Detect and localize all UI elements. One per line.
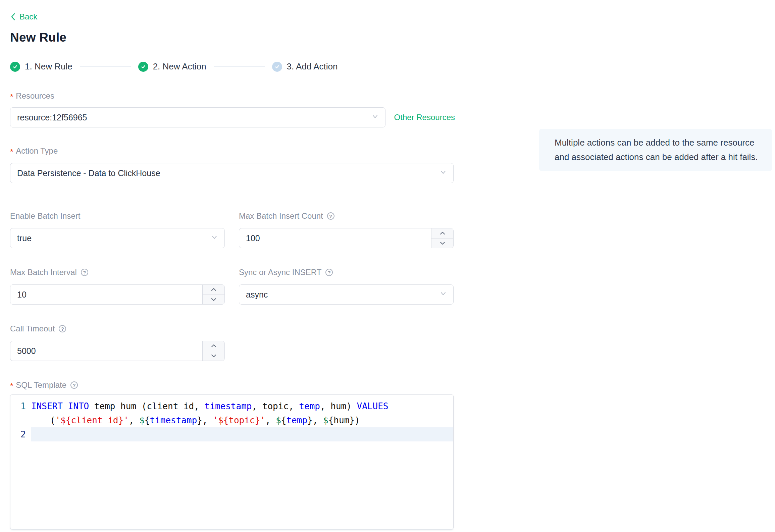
chevron-down-icon: [210, 233, 218, 243]
chevron-down-icon: [371, 112, 379, 122]
max-batch-interval-input[interactable]: [10, 285, 224, 304]
action-type-select[interactable]: Data Persistence - Data to ClickHouse: [10, 163, 454, 183]
number-spinner: [431, 228, 453, 248]
code-row: ('${client_id}', ${timestamp}, '${topic}…: [10, 413, 453, 427]
sync-async-select-value: async: [239, 290, 268, 300]
help-icon[interactable]: ?: [81, 269, 88, 276]
sync-async-select[interactable]: async: [239, 284, 454, 305]
resources-select-value: resource:12f56965: [10, 113, 87, 122]
action-type-label: * Action Type: [10, 146, 455, 156]
resources-row: resource:12f56965 Other Resources: [10, 107, 455, 127]
code-line: ('${client_id}', ${timestamp}, '${topic}…: [31, 413, 453, 427]
info-panel: Multiple actions can be added to the sam…: [539, 129, 772, 171]
check-circle-icon: [138, 62, 148, 72]
chevron-up-icon: [439, 231, 446, 235]
max-batch-count-input-wrap: [239, 228, 454, 248]
required-marker: *: [10, 381, 13, 391]
step-label: 1. New Rule: [25, 61, 72, 72]
decrement-button[interactable]: [203, 295, 224, 305]
enable-batch-select[interactable]: true: [10, 228, 225, 248]
sql-template-label: * SQL Template ?: [10, 380, 455, 390]
code-row: 2: [10, 427, 453, 441]
code-line: INSERT INTO temp_hum (client_id, timesta…: [31, 399, 453, 413]
check-circle-icon: [272, 62, 282, 72]
other-resources-link[interactable]: Other Resources: [394, 113, 455, 122]
new-rule-page: Back New Rule 1. New Rule 2. New Action …: [10, 0, 455, 529]
chevron-up-icon: [210, 343, 217, 348]
steps-bar: 1. New Rule 2. New Action 3. Add Action: [10, 61, 455, 72]
increment-button[interactable]: [203, 285, 224, 295]
page-title: New Rule: [10, 31, 455, 45]
step-2-new-action: 2. New Action: [138, 61, 206, 72]
max-batch-count-input[interactable]: [239, 228, 453, 248]
decrement-button[interactable]: [203, 351, 224, 361]
required-marker: *: [10, 147, 13, 157]
help-icon[interactable]: ?: [327, 212, 334, 220]
enable-batch-label: Enable Batch Insert: [10, 211, 225, 221]
help-icon[interactable]: ?: [325, 269, 333, 276]
step-1-new-rule: 1. New Rule: [10, 61, 72, 72]
line-number: [10, 413, 31, 427]
action-type-select-value: Data Persistence - Data to ClickHouse: [10, 168, 160, 178]
code-row: 1INSERT INTO temp_hum (client_id, timest…: [10, 399, 453, 413]
max-batch-interval-input-wrap: [10, 284, 225, 305]
call-timeout-input[interactable]: [10, 341, 224, 361]
sync-async-label: Sync or Async INSERT ?: [239, 268, 454, 277]
call-timeout-label: Call Timeout ?: [10, 324, 455, 333]
call-timeout-input-wrap: [10, 341, 225, 361]
chevron-up-icon: [210, 287, 217, 292]
step-connector: [80, 66, 131, 67]
increment-button[interactable]: [431, 228, 453, 238]
max-batch-interval-label: Max Batch Interval ?: [10, 268, 225, 277]
chevron-down-icon: [439, 241, 446, 246]
decrement-button[interactable]: [431, 238, 453, 248]
code-line: [31, 427, 453, 441]
back-label: Back: [19, 12, 37, 21]
step-label: 2. New Action: [153, 61, 206, 72]
max-batch-count-label: Max Batch Insert Count ?: [239, 211, 454, 221]
help-icon[interactable]: ?: [70, 381, 78, 389]
chevron-down-icon: [210, 354, 217, 358]
step-3-add-action: 3. Add Action: [272, 61, 338, 72]
code-area: 1INSERT INTO temp_hum (client_id, timest…: [10, 395, 453, 441]
required-marker: *: [10, 92, 13, 102]
check-circle-icon: [10, 62, 20, 72]
info-panel-text: Multiple actions can be added to the sam…: [555, 136, 763, 164]
number-spinner: [202, 285, 224, 304]
line-number: 2: [10, 427, 31, 441]
line-number: 1: [10, 399, 31, 413]
chevron-down-icon: [210, 297, 217, 302]
step-connector: [214, 66, 265, 67]
resources-label: * Resources: [10, 91, 455, 101]
resources-select[interactable]: resource:12f56965: [10, 107, 385, 127]
increment-button[interactable]: [203, 341, 224, 351]
help-icon[interactable]: ?: [59, 325, 66, 332]
chevron-down-icon: [439, 168, 447, 178]
back-button[interactable]: Back: [10, 12, 37, 21]
number-spinner: [202, 341, 224, 361]
chevron-left-icon: [10, 12, 16, 21]
sql-template-editor[interactable]: 1INSERT INTO temp_hum (client_id, timest…: [10, 394, 454, 529]
enable-batch-select-value: true: [10, 233, 32, 243]
chevron-down-icon: [439, 289, 447, 300]
step-label: 3. Add Action: [287, 61, 338, 72]
